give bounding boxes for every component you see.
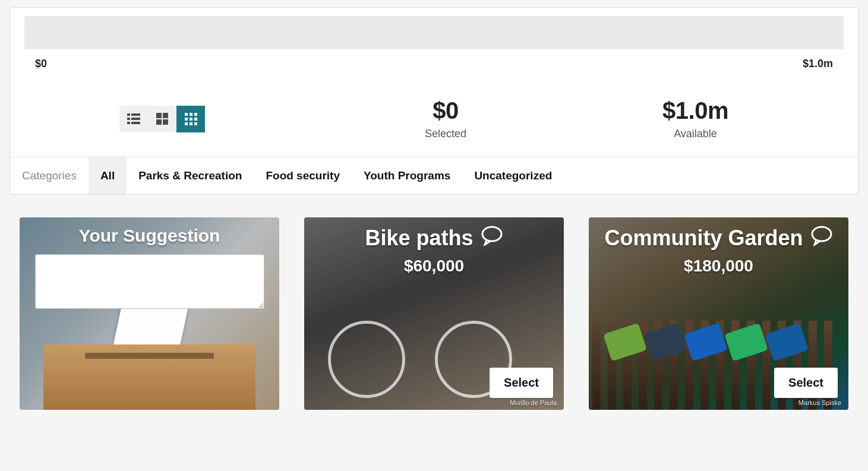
stats-row: $0 Selected $1.0m Available [24,70,844,157]
svg-rect-12 [194,113,197,116]
svg-rect-18 [194,122,197,125]
stat-available-label: Available [662,128,728,140]
categories-heading: Categories [10,157,89,194]
stat-available-value: $1.0m [662,97,728,124]
svg-rect-14 [190,118,192,121]
budget-progress-bar [24,16,844,49]
project-title: Community Garden [604,226,832,251]
svg-point-20 [812,227,831,241]
comment-icon[interactable] [810,226,833,251]
project-title: Bike paths [365,226,503,251]
suggestion-card: Your Suggestion [20,217,279,410]
svg-rect-10 [185,113,188,116]
project-price: $180,000 [601,257,837,276]
select-button[interactable]: Select [490,368,553,398]
svg-rect-13 [185,118,188,121]
tab-uncategorized[interactable]: Uncategorized [462,157,564,194]
svg-rect-17 [190,122,192,125]
tab-parks-recreation[interactable]: Parks & Recreation [127,157,254,194]
view-small-grid-button[interactable] [176,106,205,132]
tab-youth-programs[interactable]: Youth Programs [352,157,462,194]
svg-rect-6 [156,113,162,118]
svg-rect-1 [131,113,140,116]
svg-rect-16 [185,122,188,125]
bike-illustration [328,303,506,398]
ballot-box-illustration [20,339,279,410]
view-toggle [119,106,205,132]
suggestion-title: Your Suggestion [31,226,267,246]
select-button[interactable]: Select [774,368,838,398]
progress-labels: $0 $1.0m [24,49,844,70]
project-price: $60,000 [316,257,552,276]
suggestion-input[interactable] [35,254,264,309]
svg-rect-9 [163,119,168,125]
svg-rect-15 [194,118,197,121]
view-list-button[interactable] [119,106,148,132]
watering-cans-illustration [607,328,805,356]
svg-rect-8 [156,119,162,125]
stat-selected-label: Selected [425,128,466,140]
view-large-grid-button[interactable] [148,106,176,132]
svg-point-19 [482,227,501,241]
svg-rect-0 [127,113,130,116]
budget-panel: $0 $1.0m $0 Selected $1.0m Available Cat… [10,7,858,195]
svg-rect-7 [163,113,168,118]
project-card-community-garden[interactable]: Community Garden $180,000 Select Markus … [589,217,848,410]
category-tabs: Categories All Parks & Recreation Food s… [10,157,858,194]
stat-selected: $0 Selected [425,97,466,140]
project-cards: Your Suggestion Bike paths $60,000 Selec… [0,195,868,410]
tab-all[interactable]: All [89,157,127,194]
svg-rect-11 [190,113,192,116]
svg-rect-3 [131,118,140,120]
svg-rect-2 [127,118,130,120]
project-card-bike-paths[interactable]: Bike paths $60,000 Select Murillo de Pau… [304,217,564,410]
photo-credit: Murillo de Paula [510,399,557,406]
comment-icon[interactable] [481,226,503,251]
tab-food-security[interactable]: Food security [254,157,352,194]
progress-max: $1.0m [803,58,833,70]
svg-rect-4 [127,122,130,124]
photo-credit: Markus Spiske [798,399,841,406]
progress-min: $0 [35,58,47,70]
stat-selected-value: $0 [425,97,466,124]
stat-available: $1.0m Available [662,97,728,140]
svg-rect-5 [131,122,140,124]
